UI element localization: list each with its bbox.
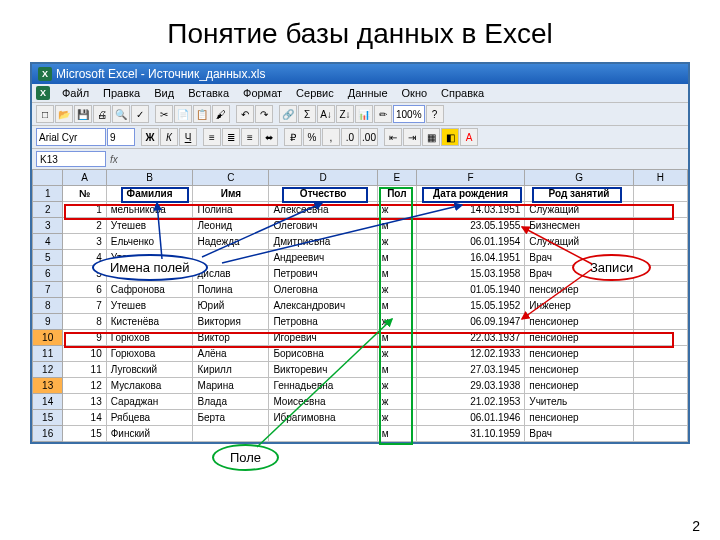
cell-C1[interactable]: Имя [193, 186, 269, 202]
cell[interactable] [633, 362, 687, 378]
indent-dec-icon[interactable]: ⇤ [384, 128, 402, 146]
cell[interactable]: Кистенёва [106, 314, 193, 330]
menu-edit[interactable]: Правка [97, 86, 146, 100]
table-row[interactable]: 76СафроноваПолинаОлеговнаж01.05.1940пенс… [33, 282, 688, 298]
cell[interactable]: Кирилл [193, 362, 269, 378]
cell[interactable]: 3 [63, 234, 106, 250]
table-row[interactable]: 87УтешевЮрийАлександровичм15.05.1952Инже… [33, 298, 688, 314]
cell[interactable] [633, 346, 687, 362]
cell[interactable]: Виктор [193, 330, 269, 346]
cell[interactable]: пенсионер [525, 410, 633, 426]
cell[interactable] [633, 410, 687, 426]
cell[interactable]: Юрий [193, 298, 269, 314]
cell[interactable]: Служащий [525, 202, 633, 218]
cell[interactable]: ж [377, 282, 416, 298]
cell[interactable] [633, 282, 687, 298]
cell[interactable]: Горюхова [106, 346, 193, 362]
cell[interactable]: 6 [63, 282, 106, 298]
cell[interactable]: мельникова [106, 202, 193, 218]
cell[interactable]: ж [377, 410, 416, 426]
cell[interactable]: Бизнесмен [525, 218, 633, 234]
cell[interactable]: 7 [63, 298, 106, 314]
table-row[interactable]: 1110ГорюховаАлёнаБорисовнаж12.02.1933пен… [33, 346, 688, 362]
cell[interactable]: ж [377, 202, 416, 218]
col-B[interactable]: B [106, 170, 193, 186]
undo-icon[interactable]: ↶ [236, 105, 254, 123]
cell[interactable]: Горюхов [106, 330, 193, 346]
cell[interactable] [633, 426, 687, 442]
cell-F1[interactable]: Дата рождения [416, 186, 524, 202]
size-combo[interactable]: 9 [107, 128, 135, 146]
save-icon[interactable]: 💾 [74, 105, 92, 123]
row-header[interactable]: 5 [33, 250, 63, 266]
italic-icon[interactable]: К [160, 128, 178, 146]
new-icon[interactable]: □ [36, 105, 54, 123]
table-row[interactable]: 65диславПетровичм15.03.1958Врач [33, 266, 688, 282]
cell[interactable]: 5 [63, 266, 106, 282]
cell[interactable]: Петрович [269, 266, 377, 282]
header-row[interactable]: 1 № Фамилия Имя Отчество Пол Дата рожден… [33, 186, 688, 202]
cell[interactable]: Игоревич [269, 330, 377, 346]
fx-icon[interactable]: fx [110, 154, 118, 165]
table-row[interactable]: 109ГорюховВикторИгоревичм22.03.1937пенси… [33, 330, 688, 346]
link-icon[interactable]: 🔗 [279, 105, 297, 123]
cell[interactable]: Рябцева [106, 410, 193, 426]
menu-format[interactable]: Формат [237, 86, 288, 100]
cell[interactable]: 8 [63, 314, 106, 330]
cell[interactable]: 15.03.1958 [416, 266, 524, 282]
cell[interactable]: 14 [63, 410, 106, 426]
zoom-combo[interactable]: 100% [393, 105, 425, 123]
cell[interactable] [106, 266, 193, 282]
cell[interactable]: Борисовна [269, 346, 377, 362]
cell[interactable]: Сафронова [106, 282, 193, 298]
table-row[interactable]: 1514РябцеваБертаИбрагимовнаж06.01.1946пе… [33, 410, 688, 426]
cell[interactable]: Ибрагимовна [269, 410, 377, 426]
row-header[interactable]: 4 [33, 234, 63, 250]
cell[interactable] [193, 250, 269, 266]
cell-H1[interactable] [633, 186, 687, 202]
cell[interactable]: 15.05.1952 [416, 298, 524, 314]
cell[interactable]: Олегович [269, 218, 377, 234]
cell[interactable]: 15 [63, 426, 106, 442]
cell[interactable]: Викторевич [269, 362, 377, 378]
cell[interactable]: дислав [193, 266, 269, 282]
col-E[interactable]: E [377, 170, 416, 186]
align-center-icon[interactable]: ≣ [222, 128, 240, 146]
cell[interactable]: пенсионер [525, 362, 633, 378]
cell[interactable]: Петровна [269, 314, 377, 330]
col-D[interactable]: D [269, 170, 377, 186]
row-header[interactable]: 16 [33, 426, 63, 442]
dec-dec-icon[interactable]: .00 [360, 128, 378, 146]
table-row[interactable]: 21мельниковаПолинаАлексеевнаж14.03.1951С… [33, 202, 688, 218]
cell[interactable]: Инженер [525, 298, 633, 314]
cell[interactable]: 12.02.1933 [416, 346, 524, 362]
table-row[interactable]: 1312МуслаковаМаринаГеннадьевнаж29.03.193… [33, 378, 688, 394]
table-row[interactable]: 43ЕльченкоНадеждаДмитриевнаж06.01.1954Сл… [33, 234, 688, 250]
name-box[interactable] [36, 151, 106, 167]
cell[interactable]: пенсионер [525, 282, 633, 298]
indent-inc-icon[interactable]: ⇥ [403, 128, 421, 146]
cell[interactable]: Олеговна [269, 282, 377, 298]
cell[interactable]: 13 [63, 394, 106, 410]
cell[interactable] [269, 426, 377, 442]
align-left-icon[interactable]: ≡ [203, 128, 221, 146]
cell[interactable]: 14.03.1951 [416, 202, 524, 218]
open-icon[interactable]: 📂 [55, 105, 73, 123]
cell[interactable]: 9 [63, 330, 106, 346]
align-right-icon[interactable]: ≡ [241, 128, 259, 146]
cell[interactable]: 29.03.1938 [416, 378, 524, 394]
cell[interactable]: Врач [525, 250, 633, 266]
cell[interactable] [633, 330, 687, 346]
cell[interactable]: м [377, 266, 416, 282]
cell[interactable]: ж [377, 394, 416, 410]
cell[interactable]: Полина [193, 282, 269, 298]
cell[interactable]: 22.03.1937 [416, 330, 524, 346]
cell[interactable]: 27.03.1945 [416, 362, 524, 378]
print-icon[interactable]: 🖨 [93, 105, 111, 123]
col-A[interactable]: A [63, 170, 106, 186]
font-combo[interactable]: Arial Cyr [36, 128, 106, 146]
cell[interactable]: 06.01.1946 [416, 410, 524, 426]
menu-file[interactable]: Файл [56, 86, 95, 100]
cell[interactable] [633, 314, 687, 330]
cell[interactable] [633, 234, 687, 250]
